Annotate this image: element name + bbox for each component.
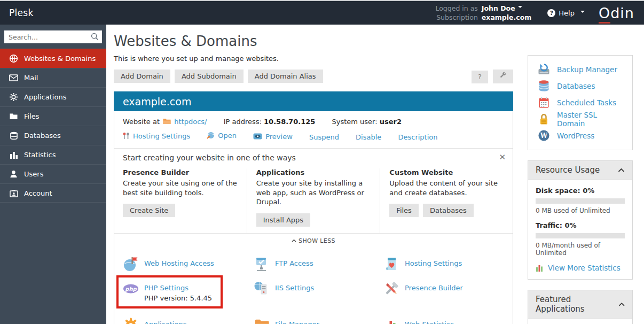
search-input[interactable] <box>4 30 102 43</box>
shortcut-master-ssl-domain[interactable]: Master SSL Domain <box>528 111 632 127</box>
globe-icon <box>9 54 18 63</box>
help-menu[interactable]: ? Help <box>547 9 585 17</box>
ip-value: 10.58.70.125 <box>264 118 315 126</box>
open-globe-icon <box>207 132 215 140</box>
tool-ftp-access[interactable]: FTP Access <box>254 256 383 272</box>
shortcut-scheduled-tasks[interactable]: Scheduled Tasks <box>528 94 632 111</box>
tool-web-hosting-access[interactable]: Web Hosting Access <box>123 256 254 272</box>
tool-file-manager[interactable]: File Manager <box>254 317 383 324</box>
sidebar-item-files[interactable]: Files <box>0 106 106 126</box>
disable-link[interactable]: Disable <box>356 133 381 141</box>
docroot-link[interactable]: httpdocs/ <box>174 118 207 126</box>
shortcut-databases[interactable]: Databases <box>528 78 632 94</box>
domain-info-row: Website at httpdocs/ IP address: 10.58.7… <box>114 111 513 126</box>
applications-gear-icon <box>123 317 139 324</box>
sidebar-item-label: Statistics <box>24 151 56 159</box>
svg-text:W: W <box>540 132 548 140</box>
shortcut-backup-manager[interactable]: Backup Manager <box>528 61 632 78</box>
domain-card-body: Website at httpdocs/ IP address: 10.58.7… <box>114 111 513 324</box>
view-more-statistics[interactable]: View More Statistics <box>536 264 625 272</box>
wrench-icon <box>499 72 507 79</box>
databases-button[interactable]: Databases <box>423 204 474 217</box>
sidebar-item-websites-domains[interactable]: Websites & Domains <box>0 49 106 68</box>
mail-icon <box>9 73 18 82</box>
promo-columns: Presence Builder Create your site using … <box>123 168 504 233</box>
install-apps-button[interactable]: Install Apps <box>256 213 310 227</box>
resource-usage-header[interactable]: Resource Usage <box>528 161 632 180</box>
user-menu[interactable]: John Doe <box>482 4 531 13</box>
sidebar-item-label: Users <box>24 170 43 178</box>
promo-col-text: Upload the content of your site and crea… <box>389 179 504 197</box>
sidebar-item-mail[interactable]: Mail <box>0 68 106 87</box>
sidebar-item-databases[interactable]: Databases <box>0 126 106 145</box>
login-info: Logged in as John Doe Subscription examp… <box>435 4 531 21</box>
sidebar-item-label: Account <box>24 189 52 197</box>
subscription-label: Subscription <box>435 13 477 22</box>
help-button[interactable]: ? <box>472 71 488 83</box>
sidebar-item-label: Mail <box>24 74 38 82</box>
traffic-bar <box>536 233 625 238</box>
database-icon <box>9 131 18 140</box>
files-button[interactable]: Files <box>389 204 419 217</box>
tool-hosting-settings[interactable]: Hosting Settings <box>383 256 513 272</box>
iis-icon <box>254 281 270 297</box>
content-column: Websites & Domains This is where you set… <box>114 25 513 324</box>
toolbar-right: ? <box>469 70 513 83</box>
tool-presence-builder[interactable]: Presence Builder <box>383 281 513 308</box>
hosting-settings-link[interactable]: Hosting Settings <box>123 132 190 140</box>
website-at: Website at httpdocs/ <box>123 118 209 126</box>
featured-applications-panel: Featured Applications Try out the most p… <box>528 290 633 324</box>
page-subtitle: This is where you set up and manage webs… <box>114 55 513 63</box>
sidebar-item-users[interactable]: Users <box>0 164 106 183</box>
promo-col-text: Create your site using one of the best s… <box>123 179 238 197</box>
search-icon <box>91 33 99 41</box>
preview-link[interactable]: Preview <box>253 133 293 141</box>
sidebar-item-account[interactable]: Account <box>0 183 106 203</box>
resource-usage-panel: Resource Usage Disk space: 0% 0 MB used … <box>528 160 633 280</box>
disk-space-note: 0 MB used of Unlimited <box>536 207 625 214</box>
folder-orange-icon <box>163 118 171 125</box>
description-link[interactable]: Description <box>398 133 437 141</box>
suspend-link[interactable]: Suspend <box>309 133 339 141</box>
tool-applications[interactable]: Applications <box>123 317 254 324</box>
user-icon <box>9 169 18 179</box>
tool-php-settings[interactable]: php PHP Settings PHP version: 5.4.45 <box>123 281 254 308</box>
main-content: Websites & Domains This is where you set… <box>106 25 644 324</box>
subscription-link[interactable]: example.com <box>482 13 531 22</box>
close-icon[interactable]: ✕ <box>499 152 506 162</box>
mini-bar-chart-icon <box>536 264 544 272</box>
disk-space-bar <box>536 198 625 204</box>
resource-usage-body: Disk space: 0% 0 MB used of Unlimited Tr… <box>528 180 632 279</box>
add-domain-alias-button[interactable]: Add Domain Alias <box>248 70 323 83</box>
show-less-toggle[interactable]: SHOW LESS <box>114 233 513 249</box>
chevron-down-icon <box>580 11 585 15</box>
featured-applications-header[interactable]: Featured Applications <box>528 290 632 319</box>
tool-web-statistics[interactable]: Web Statistics <box>383 317 513 324</box>
wordpress-icon: W <box>538 129 550 142</box>
chevron-up-icon <box>618 302 625 306</box>
top-bar: Plesk Logged in as John Doe Subscription… <box>0 1 644 25</box>
domain-name: example.com <box>123 96 191 107</box>
help-icon: ? <box>547 9 555 17</box>
sidebar-item-applications[interactable]: Applications <box>0 87 106 106</box>
create-site-button[interactable]: Create Site <box>123 204 175 217</box>
toolbar: Add Domain Add Subdomain Add Domain Alia… <box>114 70 513 84</box>
plesk-logo[interactable]: Plesk <box>9 7 34 18</box>
getting-started-panel: Start creating your website in one of th… <box>114 148 513 233</box>
system-user: System user: user2 <box>332 118 402 126</box>
add-subdomain-button[interactable]: Add Subdomain <box>175 70 244 83</box>
domain-header: example.com <box>114 91 513 111</box>
promo-col-presence-builder: Presence Builder Create your site using … <box>123 168 247 233</box>
add-domain-button[interactable]: Add Domain <box>114 70 170 83</box>
sidebar-item-label: Websites & Domains <box>24 55 96 63</box>
shortcut-wordpress[interactable]: W WordPress <box>528 127 632 144</box>
sidebar-item-statistics[interactable]: Statistics <box>0 145 106 164</box>
tool-iis-settings[interactable]: IIS Settings <box>254 281 383 308</box>
ip-address: IP address: 10.58.70.125 <box>224 118 318 126</box>
presence-builder-icon <box>383 281 399 297</box>
settings-wrench-button[interactable] <box>493 70 513 83</box>
open-site-link[interactable]: Open <box>207 132 237 140</box>
promo-col-text: Create your site by installing a web app… <box>256 179 371 207</box>
featured-applications-body: Try out the most popular web apps. Hide … <box>528 319 632 324</box>
domain-card: example.com Website at httpdocs/ IP addr… <box>114 91 513 324</box>
